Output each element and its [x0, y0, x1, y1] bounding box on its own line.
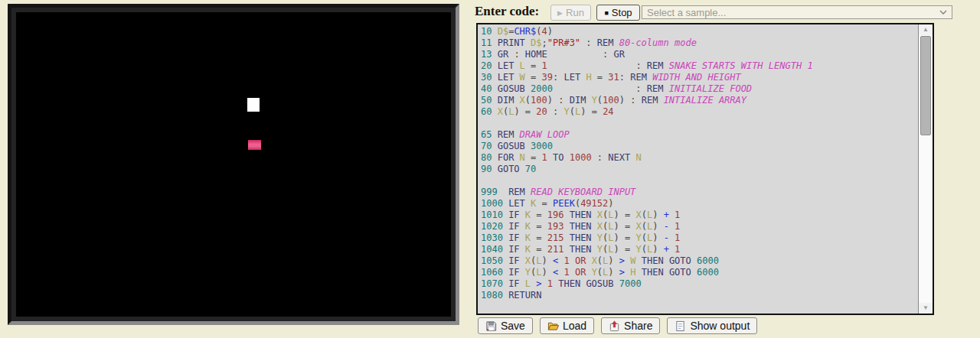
code-line: 1050 IF X(L) < 1 OR X(L) > W THEN GOTO 6…	[481, 255, 918, 267]
code-line	[481, 301, 918, 313]
scrollbar-thumb[interactable]	[920, 36, 931, 135]
floppy-icon	[485, 320, 497, 332]
code-line: 90 GOTO 70	[481, 164, 918, 175]
folder-icon	[547, 320, 559, 332]
code-line	[481, 175, 918, 187]
code-line: 1060 IF Y(L) < 1 OR Y(L) > H THEN GOTO 6…	[481, 267, 918, 278]
code-editor[interactable]: 10 D$=CHR$(4)11 PRINT D$;"PR#3" : REM 80…	[476, 23, 934, 315]
enter-code-label: Enter code:	[475, 4, 539, 19]
code-line: 1020 IF K = 193 THEN X(L) = X(L) - 1	[481, 221, 918, 232]
sample-select-value: Select a sample...	[647, 7, 726, 18]
code-line: 1080 RETURN	[481, 290, 918, 301]
code-line: 13 GR : HOME : GR	[481, 49, 918, 60]
code-line: 1040 IF K = 211 THEN Y(L) = Y(L) + 1	[481, 244, 918, 255]
code-line: 30 LET W = 39: LET H = 31: REM WIDTH AND…	[481, 72, 918, 83]
code-line: 10 D$=CHR$(4)	[481, 26, 918, 37]
code-lines: 10 D$=CHR$(4)11 PRINT D$;"PR#3" : REM 80…	[478, 24, 918, 314]
save-button[interactable]: Save	[478, 317, 533, 334]
stop-button[interactable]: ■ Stop	[596, 5, 640, 21]
action-buttons: Save Load Share Show output	[478, 317, 757, 334]
snake-block	[247, 98, 260, 112]
code-line	[481, 118, 918, 129]
document-icon	[675, 320, 686, 332]
run-button-label: Run	[566, 7, 584, 18]
code-line: 70 GOSUB 3000	[481, 141, 918, 152]
food-block	[248, 140, 261, 150]
sample-select[interactable]: Select a sample...	[642, 5, 952, 19]
code-line: 999 REM READ KEYBOARD INPUT	[481, 187, 918, 198]
code-line: 1999 REM INITIALIZE FOOD	[481, 313, 918, 314]
share-button[interactable]: Share	[601, 317, 660, 334]
scroll-down-arrow[interactable]: ▼	[919, 303, 933, 314]
load-button[interactable]: Load	[540, 317, 594, 334]
save-button-label: Save	[501, 320, 525, 332]
share-icon	[609, 320, 620, 332]
code-line: 1010 IF K = 196 THEN X(L) = X(L) + 1	[481, 210, 918, 221]
code-line: 1070 IF L > 1 THEN GOSUB 7000	[481, 278, 918, 290]
chevron-down-icon	[939, 10, 947, 15]
code-line: 60 X(L) = 20 : Y(L) = 24	[481, 106, 918, 118]
code-line: 40 GOSUB 2000 : REM INITIALIZE FOOD	[481, 83, 918, 95]
show-output-button-label: Show output	[690, 320, 750, 332]
scrollbar[interactable]: ▲ ▼	[918, 24, 933, 314]
code-line: 1000 LET K = PEEK(49152)	[481, 198, 918, 210]
show-output-button[interactable]: Show output	[667, 317, 757, 334]
play-icon: ▶	[557, 9, 563, 17]
code-line: 65 REM DRAW LOOP	[481, 129, 918, 141]
scroll-up-arrow[interactable]: ▲	[919, 24, 933, 35]
code-line: 80 FOR N = 1 TO 1000 : NEXT N	[481, 152, 918, 164]
share-button-label: Share	[624, 320, 652, 332]
run-button[interactable]: ▶ Run	[550, 5, 591, 21]
code-line: 20 LET L = 1 : REM SNAKE STARTS WITH LEN…	[481, 60, 918, 72]
emulator-screen[interactable]	[11, 8, 456, 321]
stop-button-label: Stop	[612, 7, 632, 18]
code-line: 11 PRINT D$;"PR#3" : REM 80-column mode	[481, 37, 918, 49]
code-line: 1030 IF K = 215 THEN Y(L) = Y(L) - 1	[481, 232, 918, 244]
emulator-screen-frame	[8, 4, 459, 325]
load-button-label: Load	[563, 320, 586, 332]
stop-icon: ■	[604, 9, 608, 17]
code-line: 50 DIM X(100) : DIM Y(100) : REM INTIALI…	[481, 95, 918, 106]
